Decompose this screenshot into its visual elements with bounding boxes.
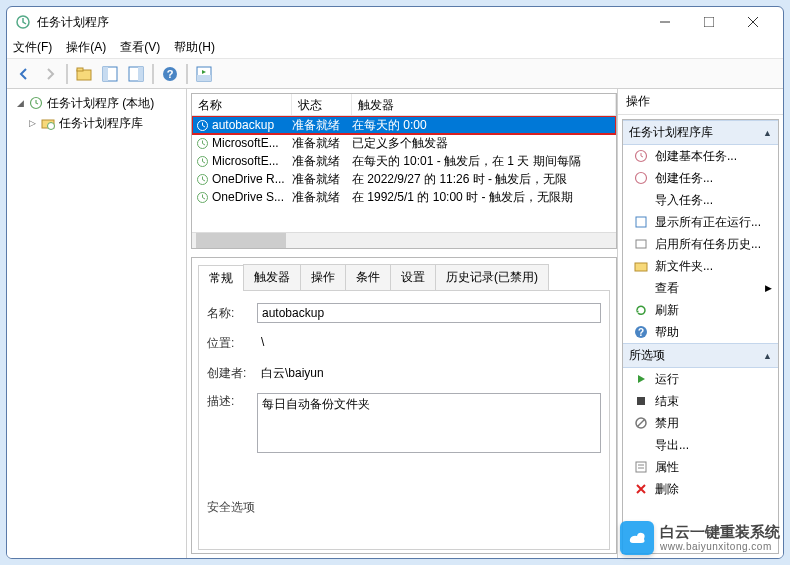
stop-icon — [633, 393, 649, 409]
table-row[interactable]: MicrosoftE... 准备就绪 已定义多个触发器 — [192, 134, 616, 152]
header-status[interactable]: 状态 — [292, 94, 352, 115]
general-form: 名称: autobackup 位置: \ 创建者: 白云\baiyun 描述 — [198, 291, 610, 550]
clock-icon — [195, 136, 209, 150]
help-icon: ? — [633, 324, 649, 340]
cell-status: 准备就绪 — [292, 135, 352, 152]
action-new-folder[interactable]: 新文件夹... — [623, 255, 778, 277]
location-value: \ — [257, 333, 601, 353]
window-title: 任务计划程序 — [37, 14, 643, 31]
toolbar-help-icon[interactable]: ? — [158, 62, 182, 86]
tree-library[interactable]: ▷ 任务计划程序库 — [13, 113, 180, 133]
action-delete[interactable]: 删除 — [623, 478, 778, 500]
cell-trigger: 已定义多个触发器 — [352, 135, 616, 152]
clock-icon — [195, 190, 209, 204]
tab-settings[interactable]: 设置 — [390, 264, 436, 290]
delete-icon — [633, 481, 649, 497]
svg-rect-12 — [197, 75, 211, 81]
action-running[interactable]: 显示所有正在运行... — [623, 211, 778, 233]
tree-root[interactable]: ◢ 任务计划程序 (本地) — [13, 93, 180, 113]
cell-name: OneDrive R... — [212, 172, 285, 186]
action-create-basic[interactable]: 创建基本任务... — [623, 145, 778, 167]
actions-group-library[interactable]: 任务计划程序库▲ — [623, 120, 778, 145]
actions-title: 操作 — [618, 89, 783, 115]
tab-history[interactable]: 历史记录(已禁用) — [435, 264, 549, 290]
action-end[interactable]: 结束 — [623, 390, 778, 412]
tabs: 常规 触发器 操作 条件 设置 历史记录(已禁用) — [198, 264, 610, 291]
folder-icon — [633, 258, 649, 274]
actions-pane: 操作 任务计划程序库▲ 创建基本任务... 创建任务... 导入任务... 显示… — [617, 89, 783, 558]
desc-value: 每日自动备份文件夹 — [257, 393, 601, 453]
action-props[interactable]: 属性 — [623, 456, 778, 478]
toolbar-folder-icon[interactable] — [72, 62, 96, 86]
watermark: 白云一键重装系统 www.baiyunxitong.com — [620, 521, 780, 555]
header-name[interactable]: 名称 — [192, 94, 292, 115]
svg-rect-6 — [103, 67, 108, 81]
menu-view[interactable]: 查看(V) — [120, 39, 160, 56]
tree-expander[interactable]: ▷ — [27, 118, 37, 128]
action-export[interactable]: 导出... — [623, 434, 778, 456]
forward-button[interactable] — [38, 62, 62, 86]
action-refresh[interactable]: 刷新 — [623, 299, 778, 321]
table-row[interactable]: autobackup 准备就绪 在每天的 0:00 — [192, 116, 616, 134]
list-header: 名称 状态 触发器 — [192, 94, 616, 116]
app-window: 任务计划程序 文件(F) 操作(A) 查看(V) 帮助(H) — [6, 6, 784, 559]
detail-pane: 常规 触发器 操作 条件 设置 历史记录(已禁用) 名称: autobackup — [191, 257, 617, 554]
watermark-title: 白云一键重装系统 — [660, 524, 780, 541]
chevron-right-icon: ▶ — [765, 283, 772, 293]
action-run[interactable]: 运行 — [623, 368, 778, 390]
svg-rect-24 — [636, 240, 646, 248]
tree-expander[interactable]: ◢ — [15, 98, 25, 108]
action-disable[interactable]: 禁用 — [623, 412, 778, 434]
cell-status: 准备就绪 — [292, 189, 352, 206]
table-row[interactable]: MicrosoftE... 准备就绪 在每天的 10:01 - 触发后，在 1 … — [192, 152, 616, 170]
import-icon — [633, 192, 649, 208]
cell-name: OneDrive S... — [212, 190, 284, 204]
tab-general[interactable]: 常规 — [198, 265, 244, 291]
maximize-button[interactable] — [687, 8, 731, 36]
svg-rect-2 — [704, 17, 714, 27]
table-row[interactable]: OneDrive S... 准备就绪 在 1992/5/1 的 10:00 时 … — [192, 188, 616, 206]
action-view[interactable]: 查看▶ — [623, 277, 778, 299]
task-list: 名称 状态 触发器 autobackup 准备就绪 在每天的 0:00 Micr… — [191, 93, 617, 249]
action-import[interactable]: 导入任务... — [623, 189, 778, 211]
toolbar-panel3-icon[interactable] — [192, 62, 216, 86]
svg-rect-31 — [636, 462, 646, 472]
collapse-icon: ▲ — [763, 128, 772, 138]
tab-actions[interactable]: 操作 — [300, 264, 346, 290]
tab-conditions[interactable]: 条件 — [345, 264, 391, 290]
tree-root-label: 任务计划程序 (本地) — [47, 95, 154, 112]
close-button[interactable] — [731, 8, 775, 36]
toolbar-panel2-icon[interactable] — [124, 62, 148, 86]
svg-rect-28 — [637, 397, 645, 405]
menu-action[interactable]: 操作(A) — [66, 39, 106, 56]
minimize-button[interactable] — [643, 8, 687, 36]
create-icon — [633, 170, 649, 186]
clock-icon — [195, 154, 209, 168]
menu-file[interactable]: 文件(F) — [13, 39, 52, 56]
toolbar-separator — [186, 64, 188, 84]
actions-body: 任务计划程序库▲ 创建基本任务... 创建任务... 导入任务... 显示所有正… — [622, 119, 779, 554]
action-help[interactable]: ?帮助 — [623, 321, 778, 343]
clock-icon — [195, 118, 209, 132]
folder-clock-icon — [41, 116, 55, 130]
menu-help[interactable]: 帮助(H) — [174, 39, 215, 56]
collapse-icon: ▲ — [763, 351, 772, 361]
actions-group-selected[interactable]: 所选项▲ — [623, 343, 778, 368]
cell-trigger: 在每天的 10:01 - 触发后，在 1 天 期间每隔 — [352, 153, 616, 170]
tab-triggers[interactable]: 触发器 — [243, 264, 301, 290]
back-button[interactable] — [12, 62, 36, 86]
action-create[interactable]: 创建任务... — [623, 167, 778, 189]
running-icon — [633, 214, 649, 230]
toolbar-panel1-icon[interactable] — [98, 62, 122, 86]
svg-rect-23 — [636, 217, 646, 227]
horizontal-scrollbar[interactable] — [192, 232, 616, 248]
header-trigger[interactable]: 触发器 — [352, 94, 616, 115]
table-row[interactable]: OneDrive R... 准备就绪 在 2022/9/27 的 11:26 时… — [192, 170, 616, 188]
action-enable-history[interactable]: 启用所有任务历史... — [623, 233, 778, 255]
creator-label: 创建者: — [207, 365, 257, 382]
menubar: 文件(F) 操作(A) 查看(V) 帮助(H) — [7, 37, 783, 59]
cell-trigger: 在每天的 0:00 — [352, 117, 616, 134]
svg-point-22 — [636, 173, 647, 184]
cell-status: 准备就绪 — [292, 117, 352, 134]
cell-trigger: 在 2022/9/27 的 11:26 时 - 触发后，无限 — [352, 171, 616, 188]
